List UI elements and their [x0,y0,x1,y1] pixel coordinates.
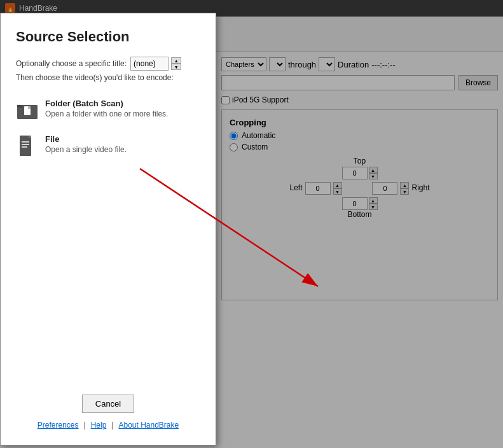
folder-option-item[interactable]: Folder (Batch Scan) Open a folder with o… [16,92,200,128]
modal-links: Preferences | Help | About HandBrake [16,421,200,430]
folder-icon [16,99,39,122]
cancel-button[interactable]: Cancel [82,395,134,413]
svg-rect-20 [28,106,31,109]
folder-option-text: Folder (Batch Scan) Open a folder with o… [45,99,168,118]
preferences-link[interactable]: Preferences [38,421,79,430]
modal-title: Source Selection [16,29,200,45]
modal-spacer [16,164,200,395]
title-select-input[interactable] [130,57,169,71]
svg-rect-21 [20,136,31,156]
modal-footer: Cancel [16,395,200,413]
file-option-text: File Open a single video file. [45,134,127,154]
source-selection-dialog: Source Selection Optionally choose a spe… [0,13,216,445]
title-spin-down[interactable]: ▼ [171,64,181,70]
svg-rect-22 [29,136,31,138]
title-spinbox: ▲ ▼ [171,57,181,70]
folder-option-desc: Open a folder with one or more files. [45,109,168,118]
folder-option-label: Folder (Batch Scan) [45,99,168,108]
modal-subtitle: Optionally choose a specific title: ▲ ▼ [16,57,200,71]
title-spin-up[interactable]: ▲ [171,57,181,64]
file-icon [16,134,39,157]
divider2: | [111,421,113,430]
subtitle-title-label: Optionally choose a specific title: [16,59,127,68]
modal-subtitle2: Then choose the video(s) you'd like to e… [16,73,200,82]
divider1: | [84,421,86,430]
file-option-label: File [45,134,127,144]
file-option-desc: Open a single video file. [45,145,127,154]
file-option-item[interactable]: File Open a single video file. [16,128,200,164]
about-link[interactable]: About HandBrake [118,421,179,430]
title-select-group: ▲ ▼ [130,57,181,71]
help-link[interactable]: Help [91,421,107,430]
